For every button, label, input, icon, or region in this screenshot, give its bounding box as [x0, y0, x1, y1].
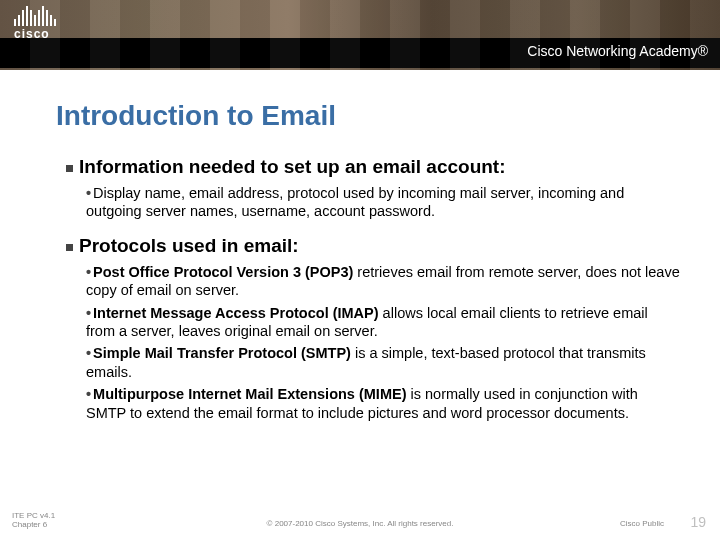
bullet-2-2: •Internet Message Access Protocol (IMAP)… [86, 304, 680, 341]
square-bullet-icon [66, 244, 73, 251]
bullet-1-1: •Display name, email address, protocol u… [86, 184, 680, 221]
section-2-bullets: •Post Office Protocol Version 3 (POP3) r… [86, 263, 680, 422]
slide-content: Introduction to Email Information needed… [56, 100, 680, 436]
bullet-2-2-bold: Internet Message Access Protocol (IMAP) [93, 305, 379, 321]
cisco-logo-text: cisco [14, 27, 56, 41]
bullet-2-1-bold: Post Office Protocol Version 3 (POP3) [93, 264, 353, 280]
header-banner: cisco Cisco Networking Academy® [0, 0, 720, 70]
section-1: Information needed to set up an email ac… [66, 156, 680, 221]
slide-number: 19 [690, 514, 706, 530]
cisco-logo: cisco [14, 6, 56, 41]
footer-right: Cisco Public [620, 519, 664, 528]
slide-title: Introduction to Email [56, 100, 680, 132]
section-2: Protocols used in email: •Post Office Pr… [66, 235, 680, 422]
section-1-heading: Information needed to set up an email ac… [66, 156, 680, 178]
bullet-2-1: •Post Office Protocol Version 3 (POP3) r… [86, 263, 680, 300]
bullet-2-3-bold: Simple Mail Transfer Protocol (SMTP) [93, 345, 351, 361]
footer-copyright: © 2007-2010 Cisco Systems, Inc. All righ… [0, 519, 720, 528]
bullet-2-4: •Multipurpose Internet Mail Extensions (… [86, 385, 680, 422]
academy-label: Cisco Networking Academy® [527, 43, 708, 59]
section-2-heading-text: Protocols used in email: [79, 235, 299, 256]
bullet-1-1-text: Display name, email address, protocol us… [86, 185, 624, 219]
square-bullet-icon [66, 165, 73, 172]
cisco-logo-bars-icon [14, 6, 56, 26]
bullet-2-3: •Simple Mail Transfer Protocol (SMTP) is… [86, 344, 680, 381]
bullet-2-4-bold: Multipurpose Internet Mail Extensions (M… [93, 386, 406, 402]
section-2-heading: Protocols used in email: [66, 235, 680, 257]
section-1-bullets: •Display name, email address, protocol u… [86, 184, 680, 221]
section-1-heading-text: Information needed to set up an email ac… [79, 156, 506, 177]
slide-footer: ITE PC v4.1 Chapter 6 © 2007-2010 Cisco … [0, 508, 720, 530]
